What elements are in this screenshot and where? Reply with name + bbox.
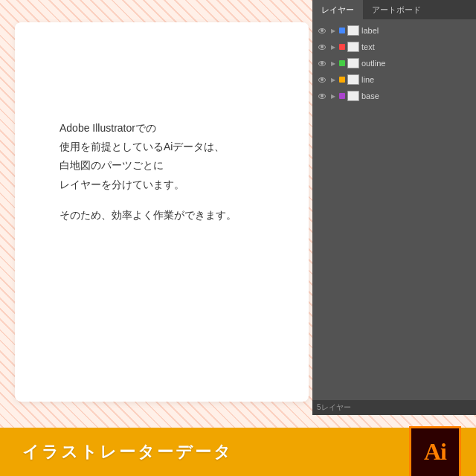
layer-eye-text[interactable] xyxy=(317,42,327,52)
layer-name-line: line xyxy=(361,75,472,84)
layer-row-text[interactable]: ▶ text xyxy=(312,39,476,55)
tab-layers[interactable]: レイヤー xyxy=(312,0,363,19)
tab-artboard[interactable]: アートボード xyxy=(363,0,430,19)
layer-color-base xyxy=(339,93,345,99)
panel-tabs: レイヤー アートボード xyxy=(312,0,476,19)
layer-name-base: base xyxy=(361,91,472,100)
layer-arrow-label[interactable]: ▶ xyxy=(329,27,337,34)
white-card: Adobe Illustratorでの 使用を前提としているAiデータは、 白地… xyxy=(15,22,309,402)
card-paragraph-2: そのため、効率よく作業ができます。 xyxy=(60,206,283,225)
layer-color-text xyxy=(339,44,345,50)
bottom-bar: イラストレーターデータ Ai xyxy=(0,428,476,476)
layer-name-text: text xyxy=(361,42,472,51)
layer-color-outline xyxy=(339,60,345,66)
layer-name-outline: outline xyxy=(361,59,472,68)
layer-row-line[interactable]: ▶ line xyxy=(312,71,476,88)
layer-eye-line[interactable] xyxy=(317,74,327,85)
layer-color-label xyxy=(339,28,345,33)
layer-arrow-outline[interactable]: ▶ xyxy=(329,60,337,67)
layer-eye-outline[interactable] xyxy=(317,58,327,68)
layer-thumb-text xyxy=(347,42,359,52)
layer-thumb-label xyxy=(347,25,359,36)
layers-panel: ▶ label ▶ text ▶ outline ▶ xyxy=(312,19,476,400)
ai-panel: レイヤー アートボード ▶ label ▶ text xyxy=(312,0,476,415)
card-paragraph-1: Adobe Illustratorでの 使用を前提としているAiデータは、 白地… xyxy=(60,119,283,194)
layer-color-line xyxy=(339,77,345,83)
ai-logo: Ai xyxy=(409,426,461,477)
layer-arrow-base[interactable]: ▶ xyxy=(329,92,337,100)
panel-status-bar: 5レイヤー xyxy=(312,400,476,415)
ai-logo-inner: Ai xyxy=(411,428,459,476)
bottom-title: イラストレーターデータ xyxy=(22,441,233,463)
layer-thumb-base xyxy=(347,91,359,101)
layer-thumb-outline xyxy=(347,58,359,68)
ai-logo-text: Ai xyxy=(424,438,446,466)
layer-name-label: label xyxy=(361,26,472,35)
layer-row-outline[interactable]: ▶ outline xyxy=(312,55,476,71)
layer-count: 5レイヤー xyxy=(317,402,351,413)
layer-eye-base[interactable] xyxy=(317,91,327,101)
layer-row-base[interactable]: ▶ base xyxy=(312,88,476,104)
layer-arrow-text[interactable]: ▶ xyxy=(329,43,337,51)
layer-row-label[interactable]: ▶ label xyxy=(312,22,476,39)
layer-arrow-line[interactable]: ▶ xyxy=(329,76,337,83)
content-wrapper: Adobe Illustratorでの 使用を前提としているAiデータは、 白地… xyxy=(0,0,476,476)
layer-eye-label[interactable] xyxy=(317,25,327,36)
layer-thumb-line xyxy=(347,74,359,85)
card-text-body: Adobe Illustratorでの 使用を前提としているAiデータは、 白地… xyxy=(60,119,283,237)
